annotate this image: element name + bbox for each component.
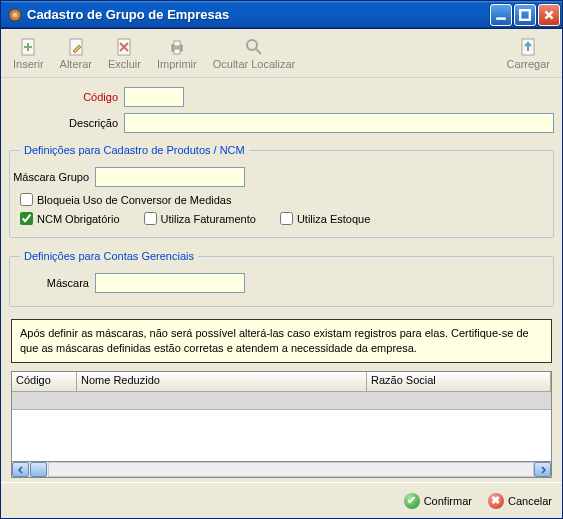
grid-row[interactable] (12, 392, 551, 410)
col-nome-reduzido[interactable]: Nome Reduzido (77, 372, 367, 392)
imprimir-icon (167, 37, 187, 57)
utiliza-estoque-label: Utiliza Estoque (297, 213, 370, 225)
alterar-icon (66, 37, 86, 57)
imprimir-label: Imprimir (157, 58, 197, 70)
mascara-grupo-label: Máscara Grupo (1, 171, 95, 183)
footer: ✔ Confirmar ✖ Cancelar (1, 482, 562, 518)
scroll-right-button[interactable] (534, 462, 551, 477)
close-button[interactable] (538, 4, 560, 26)
utiliza-estoque-checkbox[interactable]: Utiliza Estoque (280, 212, 370, 225)
utiliza-faturamento-checkbox[interactable]: Utiliza Faturamento (144, 212, 256, 225)
app-icon (7, 7, 23, 23)
grid-body (12, 392, 551, 461)
group-contas-legend: Definições para Contas Gerenciais (20, 250, 198, 262)
alterar-label: Alterar (60, 58, 92, 70)
alterar-button[interactable]: Alterar (52, 31, 100, 75)
excluir-label: Excluir (108, 58, 141, 70)
carregar-button[interactable]: Carregar (499, 31, 558, 75)
info-box: Após definir as máscaras, não será possí… (11, 319, 552, 363)
bloqueia-conversor-checkbox[interactable]: Bloqueia Uso de Conversor de Medidas (20, 193, 231, 206)
group-produtos-ncm: Definições para Cadastro de Produtos / N… (9, 144, 554, 238)
bloqueia-conversor-label: Bloqueia Uso de Conversor de Medidas (37, 194, 231, 206)
svg-rect-3 (520, 10, 530, 20)
scroll-thumb[interactable] (30, 462, 47, 477)
svg-point-10 (247, 40, 257, 50)
excluir-button[interactable]: Excluir (100, 31, 149, 75)
excluir-icon (114, 37, 134, 57)
ncm-obrigatorio-label: NCM Obrigatório (37, 213, 120, 225)
window: Cadastro de Grupo de Empresas Inserir Al… (0, 0, 563, 519)
utiliza-faturamento-label: Utiliza Faturamento (161, 213, 256, 225)
cancelar-button[interactable]: ✖ Cancelar (488, 493, 552, 509)
cancel-icon: ✖ (488, 493, 504, 509)
group-contas-gerenciais: Definições para Contas Gerenciais Máscar… (9, 250, 554, 307)
titlebar: Cadastro de Grupo de Empresas (1, 1, 562, 29)
inserir-button[interactable]: Inserir (5, 31, 52, 75)
ncm-obrigatorio-checkbox[interactable]: NCM Obrigatório (20, 212, 120, 225)
col-codigo[interactable]: Código (12, 372, 77, 392)
mascara-input[interactable] (95, 273, 245, 293)
mascara-label: Máscara (1, 277, 95, 289)
cancelar-label: Cancelar (508, 495, 552, 507)
check-icon: ✔ (404, 493, 420, 509)
codigo-label: Código (9, 91, 124, 103)
minimize-button[interactable] (490, 4, 512, 26)
imprimir-button[interactable]: Imprimir (149, 31, 205, 75)
descricao-input[interactable] (124, 113, 554, 133)
svg-rect-2 (496, 17, 506, 19)
search-icon (244, 37, 264, 57)
maximize-button[interactable] (514, 4, 536, 26)
col-razao-social[interactable]: Razão Social (367, 372, 551, 392)
data-grid[interactable]: Código Nome Reduzido Razão Social (11, 371, 552, 462)
inserir-icon (18, 37, 38, 57)
svg-rect-8 (174, 41, 180, 46)
confirmar-label: Confirmar (424, 495, 472, 507)
codigo-input[interactable] (124, 87, 184, 107)
descricao-label: Descrição (9, 117, 124, 129)
confirmar-button[interactable]: ✔ Confirmar (404, 493, 472, 509)
group-produtos-legend: Definições para Cadastro de Produtos / N… (20, 144, 249, 156)
window-title: Cadastro de Grupo de Empresas (27, 7, 490, 22)
ocultar-localizar-label: Ocultar Localizar (213, 58, 296, 70)
svg-point-1 (13, 12, 18, 17)
svg-rect-9 (174, 49, 180, 54)
grid-header: Código Nome Reduzido Razão Social (12, 372, 551, 392)
inserir-label: Inserir (13, 58, 44, 70)
content: Código Descrição Definições para Cadastr… (1, 78, 562, 482)
carregar-icon (518, 37, 538, 57)
scroll-track[interactable] (48, 462, 534, 477)
carregar-label: Carregar (507, 58, 550, 70)
ocultar-localizar-button[interactable]: Ocultar Localizar (205, 31, 304, 75)
toolbar: Inserir Alterar Excluir Imprimir Ocultar… (1, 29, 562, 78)
mascara-grupo-input[interactable] (95, 167, 245, 187)
horizontal-scrollbar[interactable] (11, 462, 552, 478)
scroll-left-button[interactable] (12, 462, 29, 477)
